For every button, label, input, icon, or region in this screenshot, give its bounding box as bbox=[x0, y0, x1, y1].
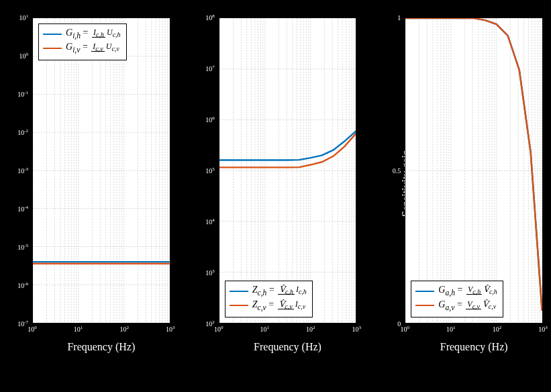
panel-2-xticks: 100 101 102 103 bbox=[219, 325, 357, 336]
legend-label: Ga,h = Vc,hV̂c,h bbox=[438, 284, 499, 298]
series-gav bbox=[405, 18, 542, 311]
legend-label: Gi,v = Ic,vUc,v bbox=[66, 41, 121, 55]
legend-entry: Ga,v = Vc,vV̂c,v bbox=[415, 299, 499, 313]
panel-3-grid bbox=[405, 18, 542, 323]
series-gah bbox=[405, 18, 542, 311]
legend-label: Zc,h = V̂c,hIc,h bbox=[252, 284, 308, 298]
panel-1: Current amplifier gain (A/V) bbox=[4, 12, 174, 354]
panel-3-legend: Ga,h = Vc,hV̂c,h Ga,v = Vc,vV̂c,v bbox=[411, 281, 503, 317]
legend-label: Zc,v = V̂c,vIc,v bbox=[252, 299, 307, 313]
legend-entry: Gi,h = Ic,hUc,h bbox=[43, 27, 122, 41]
panel-3-plot: Ga,h = Vc,hV̂c,h Ga,v = Vc,vV̂c,v bbox=[405, 17, 543, 324]
panel-1-xlabel: Frequency (Hz) bbox=[32, 341, 170, 353]
panel-2: Actuator impedance (V/A) bbox=[191, 12, 361, 354]
swatch-icon bbox=[43, 48, 62, 49]
legend-label: Gi,h = Ic,hUc,h bbox=[66, 27, 122, 41]
panel-2-legend: Zc,h = V̂c,hIc,h Zc,v = V̂c,vIc,v bbox=[225, 281, 313, 317]
panel-3-xticks: 100 101 102 103 bbox=[405, 325, 543, 336]
swatch-icon bbox=[43, 34, 62, 35]
panel-1-yticks: 10-7 10-6 10-5 10-4 10-3 10-2 10-1 100 1… bbox=[4, 17, 31, 324]
swatch-icon bbox=[415, 291, 434, 292]
legend-entry: Zc,h = V̂c,hIc,h bbox=[230, 284, 308, 298]
panel-3-yticks: 0 0.5 1 bbox=[377, 17, 403, 324]
legend-label: Ga,v = Vc,vV̂c,v bbox=[438, 299, 497, 313]
panel-row: Current amplifier gain (A/V) bbox=[0, 0, 551, 361]
series-zch bbox=[219, 131, 356, 160]
panel-1-plot: Gi,h = Ic,hUc,h Gi,v = Ic,vUc,v bbox=[32, 17, 170, 324]
legend-entry: Ga,h = Vc,hV̂c,h bbox=[415, 284, 499, 298]
swatch-icon bbox=[230, 305, 248, 306]
panel-1-xticks: 100 101 102 103 bbox=[32, 325, 170, 336]
figure: Current amplifier gain (A/V) bbox=[0, 0, 551, 392]
series-zcv bbox=[219, 134, 356, 168]
panel-3-xlabel: Frequency (Hz) bbox=[405, 341, 543, 353]
legend-entry: Zc,v = V̂c,vIc,v bbox=[230, 299, 308, 313]
panel-3: Sensitivity gain bbox=[377, 12, 547, 354]
legend-entry: Gi,v = Ic,vUc,v bbox=[43, 41, 122, 55]
panel-1-grid bbox=[33, 18, 170, 323]
panel-2-grid bbox=[219, 18, 356, 323]
panel-2-xlabel: Frequency (Hz) bbox=[219, 341, 357, 353]
swatch-icon bbox=[230, 291, 248, 292]
panel-1-legend: Gi,h = Ic,hUc,h Gi,v = Ic,vUc,v bbox=[38, 23, 127, 60]
panel-2-plot: Zc,h = V̂c,hIc,h Zc,v = V̂c,vIc,v bbox=[219, 17, 357, 324]
panel-2-yticks: 102 103 104 105 106 107 108 bbox=[191, 17, 217, 324]
swatch-icon bbox=[415, 305, 434, 306]
